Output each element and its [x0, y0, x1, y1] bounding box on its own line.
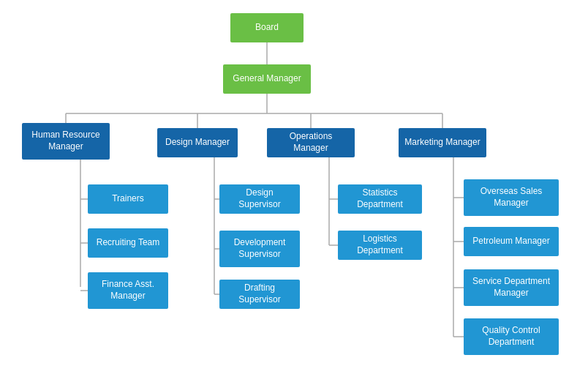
board-node: Board: [230, 13, 304, 42]
service-dept-node: Service Department Manager: [464, 269, 559, 306]
design-supervisor-node: Design Supervisor: [219, 184, 300, 214]
overseas-sales-node: Overseas Sales Manager: [464, 179, 559, 216]
logistics-dept-node: Logistics Department: [338, 231, 422, 260]
petroleum-manager-node: Petroleum Manager: [464, 227, 559, 256]
general-manager-node: General Manager: [223, 64, 311, 94]
trainers-label: Trainers: [112, 193, 144, 205]
hrm-node: Human Resource Manager: [22, 123, 110, 160]
statistics-dept-node: Statistics Department: [338, 184, 422, 214]
recruiting-team-label: Recruiting Team: [97, 237, 159, 249]
board-label: Board: [255, 22, 279, 34]
drafting-supervisor-label: Drafting Supervisor: [224, 283, 295, 305]
design-manager-label: Design Manager: [165, 137, 230, 149]
org-chart: Board General Manager Human Resource Man…: [0, 0, 588, 385]
statistics-dept-label: Statistics Department: [342, 187, 418, 210]
drafting-supervisor-node: Drafting Supervisor: [219, 280, 300, 309]
finance-asst-label: Finance Asst. Manager: [92, 279, 164, 302]
quality-control-node: Quality Control Department: [464, 318, 559, 355]
design-supervisor-label: Design Supervisor: [224, 187, 295, 210]
overseas-sales-label: Overseas Sales Manager: [468, 186, 554, 209]
operations-manager-node: Operations Manager: [267, 128, 355, 157]
marketing-manager-node: Marketing Manager: [399, 128, 486, 157]
trainers-node: Trainers: [88, 184, 168, 214]
logistics-dept-label: Logistics Department: [342, 233, 418, 256]
operations-manager-label: Operations Manager: [271, 131, 350, 154]
petroleum-manager-label: Petroleum Manager: [472, 236, 549, 247]
general-manager-label: General Manager: [233, 73, 301, 85]
recruiting-team-node: Recruiting Team: [88, 228, 168, 258]
service-dept-label: Service Department Manager: [468, 276, 554, 299]
design-manager-node: Design Manager: [157, 128, 238, 157]
marketing-manager-label: Marketing Manager: [404, 137, 480, 149]
quality-control-label: Quality Control Department: [468, 325, 554, 348]
hrm-label: Human Resource Manager: [26, 130, 105, 152]
development-supervisor-node: Development Supervisor: [219, 231, 300, 267]
development-supervisor-label: Development Supervisor: [224, 237, 295, 260]
finance-asst-node: Finance Asst. Manager: [88, 272, 168, 309]
